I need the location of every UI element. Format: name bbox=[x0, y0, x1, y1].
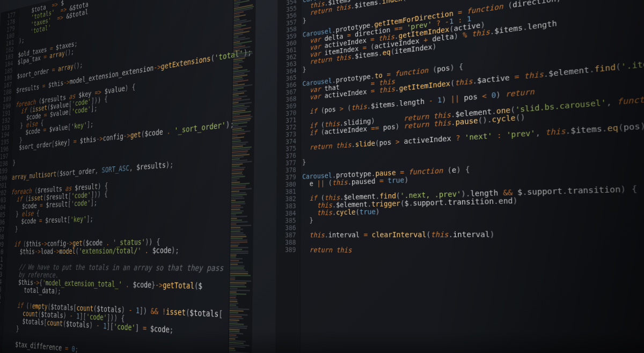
line-number: 221 bbox=[0, 330, 3, 340]
code-line: this.interval = clearInterval(this.inter… bbox=[302, 229, 644, 239]
line-number: 214 bbox=[0, 278, 5, 286]
line-number: 388 bbox=[276, 239, 301, 246]
line-number: 213 bbox=[0, 270, 6, 278]
code-area-right[interactable]: Carousel.prototype.ge this.$items = item… bbox=[302, 0, 644, 353]
line-number: 389 bbox=[276, 246, 301, 254]
line-number: 386 bbox=[276, 224, 301, 232]
line-number: 211 bbox=[0, 256, 6, 263]
editor-pane-left: 1771781791801811821831841851861871881891… bbox=[0, 0, 257, 353]
code-line: return this bbox=[302, 246, 644, 258]
line-number: 215 bbox=[0, 285, 5, 293]
line-number: 219 bbox=[0, 315, 4, 324]
minimap-line bbox=[230, 266, 244, 267]
minimap-line bbox=[231, 234, 245, 236]
line-number: 210 bbox=[0, 248, 7, 256]
line-number: 220 bbox=[0, 323, 3, 332]
code-area-left[interactable]: $tota => $ 'totals' => &$tota 'taxes' =>… bbox=[1, 0, 257, 353]
line-number: 387 bbox=[276, 232, 301, 239]
line-number: 222 bbox=[0, 338, 2, 347]
editor-pane-right: 3543553563573583593603613623633643653663… bbox=[275, 0, 644, 353]
line-number: 223 bbox=[0, 345, 2, 353]
line-number: 216 bbox=[0, 293, 5, 301]
line-number: 212 bbox=[0, 263, 6, 271]
line-number: 218 bbox=[0, 308, 4, 317]
editor-scene: 1771781791801811821831841851861871881891… bbox=[0, 0, 644, 353]
minimap-line bbox=[231, 207, 244, 208]
line-gutter-right: 3543553563573583593603613623633643653663… bbox=[275, 0, 302, 353]
line-number: 217 bbox=[0, 300, 4, 309]
